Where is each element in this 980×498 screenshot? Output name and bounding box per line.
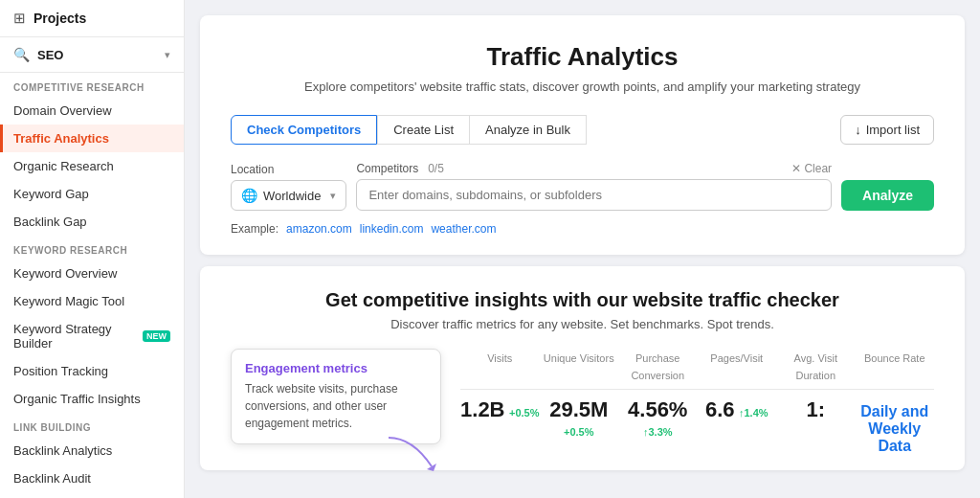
- globe-icon: 🌐: [241, 188, 257, 203]
- metrics-table: Visits Unique Visitors Purchase Conversi…: [460, 349, 934, 455]
- metric-bounce-rate: Daily and Weekly Data: [856, 403, 935, 455]
- location-label: Location: [231, 163, 346, 176]
- example-linkedin[interactable]: linkedin.com: [360, 222, 424, 236]
- import-list-button[interactable]: ↓ Import list: [840, 115, 934, 145]
- analyze-button[interactable]: Analyze: [841, 180, 934, 211]
- traffic-analytics-card: Traffic Analytics Explore competitors' w…: [200, 15, 965, 255]
- sidebar-item-organic-traffic-insights[interactable]: Organic Traffic Insights: [0, 385, 184, 413]
- metric-pages-visit: 6.6 ↑1.4%: [698, 397, 777, 422]
- search-row: Location 🌐 Worldwide ▾ Competitors 0/5 ✕…: [231, 162, 934, 211]
- examples-label: Example:: [231, 222, 278, 236]
- metric-purchase-conversion: 4.56% ↑3.3%: [618, 397, 698, 440]
- location-field: Location 🌐 Worldwide ▾: [231, 163, 346, 211]
- clear-x-icon: ✕: [791, 162, 801, 175]
- sidebar: ⊞ Projects 🔍 SEO ▾ COMPETITIVE RESEARCH …: [0, 0, 185, 498]
- competitive-research-section: COMPETITIVE RESEARCH: [0, 73, 184, 97]
- sidebar-item-link-building-tool[interactable]: Link Building Tool: [0, 492, 184, 498]
- sidebar-item-traffic-analytics[interactable]: Traffic Analytics: [0, 124, 184, 152]
- insights-title: Get competitive insights with our websit…: [231, 289, 934, 311]
- tooltip-container: Engagement metrics Track website visits,…: [231, 349, 460, 444]
- sidebar-item-backlink-gap[interactable]: Backlink Gap: [0, 208, 184, 236]
- seo-chevron-icon: ▾: [165, 49, 170, 61]
- seo-label: SEO: [37, 48, 157, 62]
- metric-visits: 1.2B +0.5%: [460, 397, 540, 422]
- metric-header-purchase-conversion: Purchase Conversion: [618, 349, 698, 383]
- sidebar-item-keyword-strategy-builder[interactable]: Keyword Strategy Builder new: [0, 315, 184, 357]
- metrics-area: Engagement metrics Track website visits,…: [231, 349, 934, 455]
- competitors-count: 0/5: [428, 162, 444, 175]
- metrics-headers: Visits Unique Visitors Purchase Conversi…: [460, 349, 934, 390]
- metric-header-unique-visitors: Unique Visitors: [540, 349, 619, 383]
- seo-icon: 🔍: [13, 47, 30, 62]
- metric-header-visits: Visits: [460, 349, 540, 383]
- sidebar-item-keyword-overview[interactable]: Keyword Overview: [0, 260, 184, 287]
- metric-header-avg-visit-duration: Avg. Visit Duration: [776, 349, 856, 383]
- metric-avg-visit-duration: 1:: [776, 397, 856, 422]
- examples-row: Example: amazon.com linkedin.com weather…: [231, 222, 934, 236]
- new-badge: new: [143, 330, 170, 342]
- metric-header-bounce-rate: Bounce Rate: [856, 349, 935, 383]
- location-value: Worldwide: [263, 189, 321, 203]
- competitors-field: Competitors 0/5 ✕ Clear: [356, 162, 832, 211]
- metric-header-pages-visit: Pages/Visit: [698, 349, 777, 383]
- metrics-values-row: 1.2B +0.5% 29.5M +0.5% 4.56% ↑3.3% 6.6 ↑…: [460, 397, 934, 455]
- insights-subtitle: Discover traffic metrics for any website…: [231, 317, 934, 331]
- domain-input[interactable]: [356, 179, 832, 211]
- competitors-label: Competitors: [356, 162, 418, 175]
- sidebar-item-keyword-gap[interactable]: Keyword Gap: [0, 180, 184, 208]
- sidebar-item-position-tracking[interactable]: Position Tracking: [0, 357, 184, 385]
- projects-icon: ⊞: [13, 10, 26, 27]
- sidebar-item-domain-overview[interactable]: Domain Overview: [0, 97, 184, 124]
- sidebar-item-backlink-analytics[interactable]: Backlink Analytics: [0, 437, 184, 464]
- tab-check-competitors[interactable]: Check Competitors: [231, 115, 377, 145]
- engagement-tooltip: Engagement metrics Track website visits,…: [231, 349, 441, 444]
- location-chevron-icon: ▾: [330, 190, 336, 202]
- example-weather[interactable]: weather.com: [431, 222, 496, 236]
- page-subtitle: Explore competitors' website traffic sta…: [231, 79, 934, 94]
- page-title: Traffic Analytics: [231, 42, 934, 72]
- domain-input-wrap: [356, 179, 832, 211]
- keyword-research-section: KEYWORD RESEARCH: [0, 236, 184, 260]
- metric-unique-visitors: 29.5M +0.5%: [540, 397, 619, 440]
- link-building-section: LINK BUILDING: [0, 413, 184, 437]
- sidebar-item-backlink-audit[interactable]: Backlink Audit: [0, 464, 184, 492]
- example-amazon[interactable]: amazon.com: [286, 222, 352, 236]
- seo-section-header[interactable]: 🔍 SEO ▾: [0, 37, 184, 73]
- location-select[interactable]: 🌐 Worldwide ▾: [231, 180, 346, 211]
- tab-create-list[interactable]: Create List: [377, 115, 470, 145]
- tooltip-text: Track website visits, purchase conversio…: [245, 380, 427, 432]
- sidebar-projects[interactable]: ⊞ Projects: [0, 0, 184, 37]
- tabs-row: Check Competitors Create List Analyze in…: [231, 115, 934, 145]
- tooltip-title: Engagement metrics: [245, 361, 427, 375]
- sidebar-item-keyword-magic-tool[interactable]: Keyword Magic Tool: [0, 287, 184, 315]
- clear-button[interactable]: ✕ Clear: [791, 162, 832, 175]
- insights-card: Get competitive insights with our websit…: [200, 266, 965, 470]
- import-icon: ↓: [855, 123, 861, 137]
- tooltip-arrow-icon: [384, 433, 441, 471]
- tab-analyze-in-bulk[interactable]: Analyze in Bulk: [470, 115, 587, 145]
- sidebar-item-organic-research[interactable]: Organic Research: [0, 152, 184, 180]
- projects-label: Projects: [33, 11, 86, 26]
- main-content: Traffic Analytics Explore competitors' w…: [185, 0, 980, 498]
- svg-marker-0: [427, 464, 436, 471]
